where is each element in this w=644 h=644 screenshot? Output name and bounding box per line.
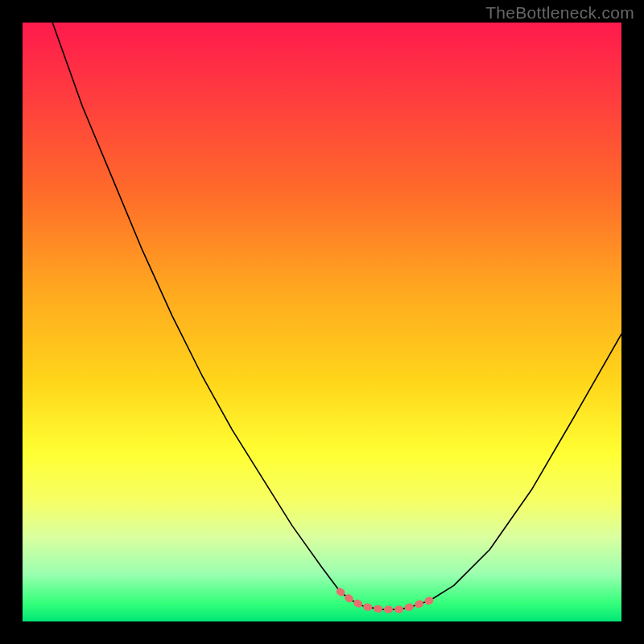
watermark-text: TheBottleneck.com — [485, 3, 634, 23]
optimal-range — [340, 592, 430, 609]
chart-frame: TheBottleneck.com — [0, 0, 644, 644]
plot-area — [23, 23, 621, 621]
bottleneck-curve — [52, 23, 621, 609]
curve-layer — [23, 23, 621, 621]
